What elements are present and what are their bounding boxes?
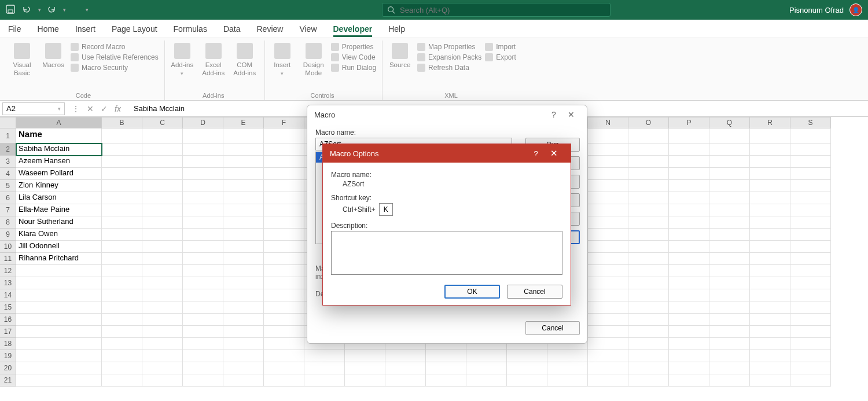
cell[interactable] bbox=[16, 326, 102, 338]
cancel-button[interactable]: Cancel bbox=[507, 285, 562, 299]
undo-dropdown-icon[interactable]: ▾ bbox=[38, 7, 41, 13]
addins-button[interactable]: Add-ins▾ bbox=[168, 43, 196, 77]
cell[interactable] bbox=[588, 216, 628, 229]
row-header[interactable]: 15 bbox=[0, 301, 16, 314]
cell[interactable] bbox=[264, 265, 304, 277]
cell[interactable] bbox=[669, 265, 709, 277]
cell[interactable] bbox=[16, 277, 102, 289]
use-relative-refs-button[interactable]: Use Relative References bbox=[71, 53, 159, 61]
cell[interactable]: Ella-Mae Paine bbox=[16, 204, 102, 216]
column-header[interactable]: E bbox=[223, 117, 264, 128]
cell[interactable] bbox=[264, 326, 304, 338]
cell[interactable] bbox=[588, 229, 628, 241]
cell[interactable] bbox=[588, 338, 628, 350]
cell[interactable] bbox=[385, 374, 426, 387]
cell[interactable] bbox=[790, 229, 831, 241]
cell[interactable] bbox=[264, 289, 304, 301]
column-header[interactable]: A bbox=[16, 117, 102, 128]
cell[interactable] bbox=[547, 362, 588, 374]
column-header[interactable]: R bbox=[750, 117, 790, 128]
cell[interactable] bbox=[304, 374, 345, 387]
cell[interactable] bbox=[142, 180, 183, 192]
search-input[interactable] bbox=[400, 6, 605, 14]
cell[interactable] bbox=[304, 350, 345, 362]
cell[interactable] bbox=[628, 350, 669, 362]
undo-icon[interactable] bbox=[22, 5, 32, 15]
row-header[interactable]: 13 bbox=[0, 277, 16, 289]
cell[interactable] bbox=[102, 277, 142, 289]
cell[interactable] bbox=[669, 362, 709, 374]
row-header[interactable]: 12 bbox=[0, 265, 16, 277]
cell[interactable] bbox=[102, 289, 142, 301]
cell[interactable] bbox=[628, 144, 669, 156]
cell[interactable] bbox=[223, 338, 264, 350]
cell[interactable] bbox=[142, 277, 183, 289]
cell[interactable] bbox=[547, 350, 588, 362]
cell[interactable]: Klara Owen bbox=[16, 229, 102, 241]
cell[interactable] bbox=[628, 374, 669, 387]
redo-icon[interactable] bbox=[47, 5, 57, 15]
column-header[interactable]: S bbox=[790, 117, 831, 128]
insert-control-button[interactable]: Insert▾ bbox=[269, 43, 296, 77]
cell[interactable] bbox=[142, 362, 183, 374]
cell[interactable] bbox=[102, 156, 142, 168]
cell[interactable] bbox=[345, 374, 385, 387]
cell[interactable] bbox=[669, 338, 709, 350]
column-header[interactable]: P bbox=[669, 117, 709, 128]
cell[interactable] bbox=[709, 241, 750, 253]
cell[interactable] bbox=[709, 216, 750, 229]
cell[interactable] bbox=[183, 229, 223, 241]
cell[interactable] bbox=[790, 289, 831, 301]
shortcut-key-input[interactable] bbox=[379, 203, 393, 216]
cell[interactable] bbox=[709, 374, 750, 387]
cell[interactable] bbox=[102, 301, 142, 314]
cell[interactable] bbox=[223, 253, 264, 265]
cell[interactable] bbox=[264, 144, 304, 156]
cell[interactable] bbox=[709, 204, 750, 216]
cell[interactable] bbox=[183, 277, 223, 289]
cell[interactable] bbox=[345, 362, 385, 374]
cell[interactable] bbox=[790, 362, 831, 374]
cell[interactable] bbox=[709, 338, 750, 350]
macros-button[interactable]: Macros bbox=[39, 43, 67, 69]
cell[interactable] bbox=[223, 180, 264, 192]
cell[interactable] bbox=[223, 350, 264, 362]
cell[interactable] bbox=[102, 229, 142, 241]
cell[interactable] bbox=[709, 253, 750, 265]
cell[interactable] bbox=[628, 128, 669, 144]
name-box[interactable]: A2▾ bbox=[2, 102, 65, 115]
cell[interactable] bbox=[790, 128, 831, 144]
tab-developer[interactable]: Developer bbox=[333, 21, 373, 37]
row-header[interactable]: 8 bbox=[0, 216, 16, 229]
cell[interactable] bbox=[588, 289, 628, 301]
close-icon[interactable]: ✕ bbox=[544, 148, 564, 159]
cell[interactable] bbox=[223, 168, 264, 180]
cell[interactable] bbox=[790, 338, 831, 350]
design-mode-button[interactable]: Design Mode bbox=[300, 43, 328, 78]
cell[interactable]: Sabiha Mcclain bbox=[16, 144, 102, 156]
cell[interactable] bbox=[709, 156, 750, 168]
cell[interactable] bbox=[628, 168, 669, 180]
expansion-packs-button[interactable]: Expansion Packs bbox=[417, 53, 481, 61]
cell[interactable] bbox=[264, 204, 304, 216]
cell[interactable] bbox=[183, 301, 223, 314]
cell[interactable] bbox=[628, 265, 669, 277]
cell[interactable] bbox=[142, 168, 183, 180]
cell[interactable] bbox=[750, 229, 790, 241]
cell[interactable] bbox=[790, 326, 831, 338]
cell[interactable] bbox=[790, 301, 831, 314]
cell[interactable] bbox=[709, 326, 750, 338]
cell[interactable] bbox=[790, 204, 831, 216]
cell[interactable] bbox=[183, 192, 223, 204]
cell[interactable] bbox=[142, 241, 183, 253]
cell[interactable] bbox=[588, 128, 628, 144]
row-header[interactable]: 7 bbox=[0, 204, 16, 216]
row-header[interactable]: 4 bbox=[0, 168, 16, 180]
cell[interactable] bbox=[790, 241, 831, 253]
cell[interactable] bbox=[102, 216, 142, 229]
cell[interactable] bbox=[669, 128, 709, 144]
cell[interactable] bbox=[264, 229, 304, 241]
cell[interactable] bbox=[588, 253, 628, 265]
cell[interactable] bbox=[750, 314, 790, 326]
cell[interactable] bbox=[142, 374, 183, 387]
